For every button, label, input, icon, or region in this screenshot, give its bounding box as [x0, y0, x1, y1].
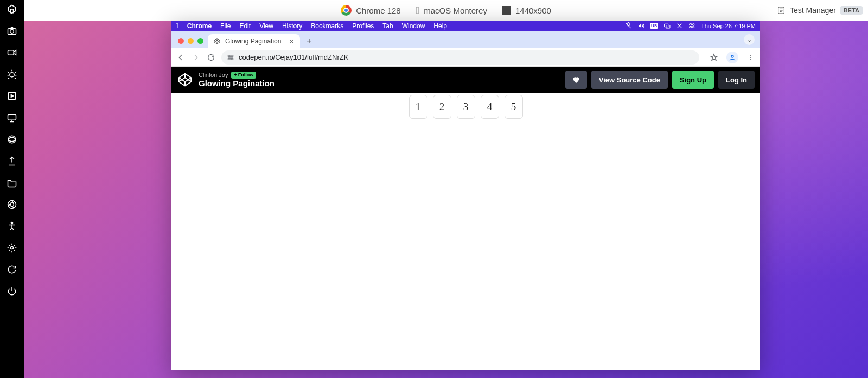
resolution-label: 1440x900 — [515, 6, 551, 15]
svg-point-6 — [8, 136, 15, 143]
follow-label: Follow — [238, 72, 254, 78]
svg-rect-15 — [690, 27, 692, 28]
svg-point-24 — [750, 56, 751, 57]
site-settings-icon[interactable] — [227, 54, 234, 61]
browser-label: Chrome 128 — [356, 6, 401, 15]
page-1[interactable]: 1 — [409, 95, 427, 119]
bookmark-star-button[interactable] — [709, 53, 719, 62]
menubar-file[interactable]: File — [220, 22, 231, 30]
bug-icon[interactable] — [6, 68, 18, 80]
zoom-window-button[interactable] — [197, 38, 203, 44]
apple-menu-icon[interactable]:  — [176, 22, 178, 30]
reload-button[interactable] — [206, 53, 216, 62]
svg-rect-2 — [8, 50, 14, 55]
url-field[interactable]: codepen.io/Cejay101/full/mdZNrZK — [221, 50, 699, 65]
menubar-app[interactable]: Chrome — [187, 22, 212, 30]
folder-icon[interactable] — [6, 177, 18, 189]
tabs-dropdown-button[interactable]: ⌄ — [744, 34, 755, 45]
menubar-bookmarks[interactable]: Bookmarks — [311, 22, 343, 30]
svg-point-9 — [11, 222, 12, 224]
mic-off-icon[interactable] — [625, 22, 632, 29]
back-button[interactable] — [176, 53, 186, 62]
resolution-icon — [502, 6, 511, 15]
menubar-status: US Thu Sep 26 7:19 PM — [625, 22, 756, 29]
pen-author[interactable]: Clinton Joy — [199, 72, 228, 79]
camera-icon[interactable] — [6, 25, 18, 37]
browser-window:  Chrome File Edit View History Bookmark… — [171, 21, 760, 370]
page-5[interactable]: 5 — [505, 95, 523, 119]
svg-point-23 — [750, 54, 751, 55]
sync-icon[interactable] — [6, 264, 18, 276]
home-hex-icon[interactable] — [6, 3, 18, 15]
menubar-profiles[interactable]: Profiles — [352, 22, 374, 30]
forward-button[interactable] — [191, 53, 201, 62]
login-button[interactable]: Log In — [718, 71, 755, 89]
page-4[interactable]: 4 — [481, 95, 499, 119]
svg-point-7 — [8, 201, 16, 209]
menubar-clock[interactable]: Thu Sep 26 7:19 PM — [701, 23, 756, 29]
new-tab-button[interactable]: + — [302, 34, 316, 48]
svg-point-16 — [693, 24, 694, 25]
page-content: 1 2 3 4 5 — [171, 93, 760, 370]
view-source-button[interactable]: View Source Code — [591, 71, 668, 89]
address-bar: codepen.io/Cejay101/full/mdZNrZK — [171, 48, 760, 67]
volume-icon[interactable] — [637, 22, 644, 29]
os-label: macOS Monterey — [424, 6, 487, 15]
menubar-window[interactable]: Window — [402, 22, 425, 30]
control-center-icon[interactable] — [688, 22, 695, 29]
tab-title: Glowing Pagination — [225, 37, 281, 45]
svg-point-17 — [693, 26, 694, 28]
pen-title: Glowing Pagination — [199, 79, 275, 88]
pagination: 1 2 3 4 5 — [409, 95, 523, 370]
mirror-stack-icon[interactable] — [663, 22, 671, 29]
page-3[interactable]: 3 — [457, 95, 475, 119]
apple-icon:  — [416, 5, 420, 16]
menubar-edit[interactable]: Edit — [239, 22, 251, 30]
power-icon[interactable] — [6, 285, 18, 297]
chrome-outline-icon[interactable] — [6, 198, 18, 210]
svg-point-10 — [11, 247, 14, 249]
codepen-header: Clinton Joy + Follow Glowing Pagination … — [171, 67, 760, 93]
test-manager-label[interactable]: Test Manager — [790, 6, 836, 15]
signup-button[interactable]: Sign Up — [672, 71, 714, 89]
gear-icon[interactable] — [6, 242, 18, 254]
globe-spin-icon[interactable] — [6, 133, 18, 145]
svg-point-22 — [731, 55, 733, 57]
screen-share-icon[interactable] — [6, 112, 18, 124]
play-square-icon[interactable] — [6, 90, 18, 102]
window-controls — [178, 38, 203, 44]
minimize-window-button[interactable] — [188, 38, 194, 44]
svg-point-20 — [229, 55, 229, 56]
menubar-history[interactable]: History — [282, 22, 302, 30]
browser-tab[interactable]: Glowing Pagination ✕ — [208, 34, 300, 48]
input-source-badge[interactable]: US — [650, 23, 658, 29]
tool-rail — [0, 0, 24, 378]
svg-rect-14 — [690, 24, 692, 25]
tab-strip: Glowing Pagination ✕ + ⌄ — [171, 31, 760, 48]
chrome-icon — [341, 5, 352, 16]
page-2[interactable]: 2 — [433, 95, 451, 119]
browser-info: Chrome 128 — [341, 5, 401, 16]
upload-icon[interactable] — [6, 155, 18, 167]
test-manager-icon — [777, 6, 786, 15]
svg-rect-5 — [8, 114, 16, 120]
close-window-button[interactable] — [178, 38, 184, 44]
menubar-tab[interactable]: Tab — [382, 22, 393, 30]
profile-button[interactable] — [726, 52, 738, 63]
codepen-logo-icon[interactable] — [177, 72, 193, 88]
os-info:  macOS Monterey — [416, 5, 487, 16]
follow-button[interactable]: + Follow — [231, 72, 256, 78]
svg-point-21 — [232, 59, 232, 59]
accessibility-icon[interactable] — [6, 220, 18, 232]
close-tab-button[interactable]: ✕ — [289, 37, 295, 46]
chrome-menu-button[interactable] — [746, 53, 756, 62]
desktop-stage: Chrome 128  macOS Monterey 1440x900 Tes… — [24, 0, 868, 378]
diag-icon[interactable] — [676, 22, 683, 29]
menubar-view[interactable]: View — [259, 22, 273, 30]
svg-point-25 — [750, 59, 751, 60]
env-info-bar: Chrome 128  macOS Monterey 1440x900 Tes… — [24, 0, 868, 21]
video-icon[interactable] — [6, 47, 18, 59]
codepen-favicon-icon — [213, 37, 221, 45]
love-button[interactable] — [565, 71, 587, 89]
menubar-help[interactable]: Help — [433, 22, 447, 30]
